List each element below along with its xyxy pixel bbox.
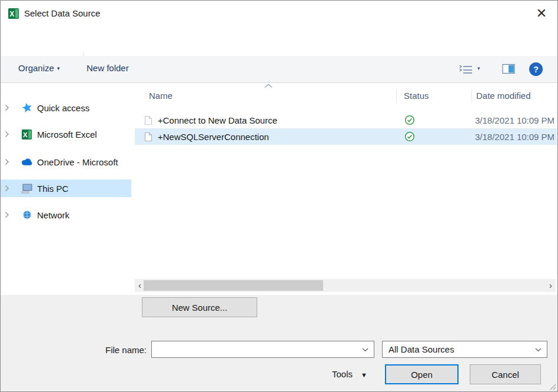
sidebar-item-label: This PC bbox=[37, 184, 68, 194]
expand-chevron-icon[interactable] bbox=[1, 211, 19, 218]
sidebar-item-label: OneDrive - Microsoft bbox=[37, 157, 118, 167]
column-divider[interactable] bbox=[471, 89, 472, 102]
navigation-bar: ← → ↑ « Documents My Data Sources ↻ bbox=[1, 26, 557, 56]
scrollbar-thumb[interactable] bbox=[144, 280, 323, 291]
change-view-icon[interactable] bbox=[459, 64, 474, 75]
sidebar: Quick access X Microsoft Excel bbox=[1, 83, 131, 295]
table-row[interactable]: +NewSQLServerConnection 3/18/2021 10:09 … bbox=[135, 128, 557, 145]
expand-chevron-icon[interactable] bbox=[1, 185, 19, 192]
preview-pane-icon[interactable] bbox=[502, 64, 515, 74]
file-name: +Connect to New Data Source bbox=[158, 115, 277, 125]
toolbar: Organize▾ New folder ▾ ? bbox=[1, 56, 557, 83]
sidebar-item-quick-access[interactable]: Quick access bbox=[1, 99, 131, 117]
table-row[interactable]: +Connect to New Data Source 3/18/2021 10… bbox=[135, 112, 557, 128]
sidebar-item-label: Microsoft Excel bbox=[37, 129, 97, 139]
file-list: Name Status Date modified +Connect to Ne… bbox=[131, 83, 557, 295]
chevron-down-icon bbox=[535, 348, 542, 352]
horizontal-scrollbar[interactable]: ‹ › bbox=[135, 279, 556, 292]
resize-grip[interactable] bbox=[549, 383, 556, 390]
file-name: +NewSQLServerConnection bbox=[158, 132, 269, 142]
select-data-source-dialog: X Select Data Source ✕ ← → ↑ « Documents bbox=[0, 0, 558, 392]
document-icon bbox=[144, 115, 152, 125]
column-divider[interactable] bbox=[396, 89, 397, 102]
network-icon bbox=[19, 210, 35, 220]
scroll-right-icon[interactable]: › bbox=[546, 279, 556, 292]
status-available-icon bbox=[404, 131, 415, 142]
cancel-button[interactable]: Cancel bbox=[470, 364, 541, 384]
tools-label: Tools bbox=[332, 369, 353, 379]
new-folder-button[interactable]: New folder bbox=[87, 63, 129, 73]
tools-caret-icon: ▼ bbox=[361, 371, 367, 378]
sidebar-item-microsoft-excel[interactable]: X Microsoft Excel bbox=[1, 125, 131, 143]
expand-chevron-icon[interactable] bbox=[1, 104, 19, 111]
excel-icon: X bbox=[19, 129, 35, 139]
file-type-value: All Data Sources bbox=[388, 344, 454, 354]
sort-ascending-icon[interactable] bbox=[264, 84, 273, 88]
cloud-icon bbox=[19, 158, 35, 166]
file-name-input[interactable] bbox=[152, 341, 374, 357]
column-header-name[interactable]: Name bbox=[149, 91, 172, 101]
open-button[interactable]: Open bbox=[385, 364, 459, 384]
file-date-modified: 3/18/2021 10:09 PM bbox=[475, 115, 554, 125]
sidebar-item-onedrive[interactable]: OneDrive - Microsoft bbox=[1, 153, 131, 171]
sidebar-item-this-pc[interactable]: This PC bbox=[1, 180, 131, 197]
dialog-footer: New Source... File name: All Data Source… bbox=[1, 295, 557, 391]
expand-chevron-icon[interactable] bbox=[1, 131, 19, 138]
status-available-icon bbox=[404, 115, 415, 125]
file-type-select[interactable]: All Data Sources bbox=[382, 341, 547, 358]
document-icon bbox=[144, 132, 152, 142]
column-header-date-modified[interactable]: Date modified bbox=[476, 91, 531, 101]
organize-caret-icon: ▾ bbox=[57, 65, 60, 71]
help-icon[interactable]: ? bbox=[529, 62, 543, 76]
svg-text:X: X bbox=[9, 10, 14, 18]
chevron-down-icon[interactable] bbox=[362, 348, 368, 352]
organize-label: Organize bbox=[18, 63, 54, 73]
pc-icon bbox=[19, 184, 35, 194]
expand-chevron-icon[interactable] bbox=[1, 158, 19, 165]
close-icon[interactable]: ✕ bbox=[532, 4, 552, 23]
sidebar-item-network[interactable]: Network bbox=[1, 206, 131, 224]
column-header-status[interactable]: Status bbox=[404, 91, 429, 101]
excel-app-icon: X bbox=[8, 8, 19, 19]
svg-text:X: X bbox=[23, 131, 28, 138]
new-source-button[interactable]: New Source... bbox=[142, 297, 257, 317]
file-name-label: File name: bbox=[59, 345, 147, 355]
title-bar: X Select Data Source ✕ bbox=[1, 1, 557, 26]
main-area: Quick access X Microsoft Excel bbox=[1, 83, 557, 295]
file-date-modified: 3/18/2021 10:09 PM bbox=[475, 132, 554, 142]
organize-button[interactable]: Organize▾ bbox=[18, 63, 59, 73]
file-name-combo[interactable] bbox=[151, 341, 374, 358]
sidebar-item-label: Quick access bbox=[37, 103, 89, 113]
tools-button[interactable]: Tools▼ bbox=[332, 369, 367, 379]
star-icon bbox=[19, 102, 35, 113]
view-caret-icon[interactable]: ▾ bbox=[477, 65, 480, 71]
page-title: Select Data Source bbox=[24, 8, 100, 18]
sidebar-item-label: Network bbox=[37, 210, 69, 220]
